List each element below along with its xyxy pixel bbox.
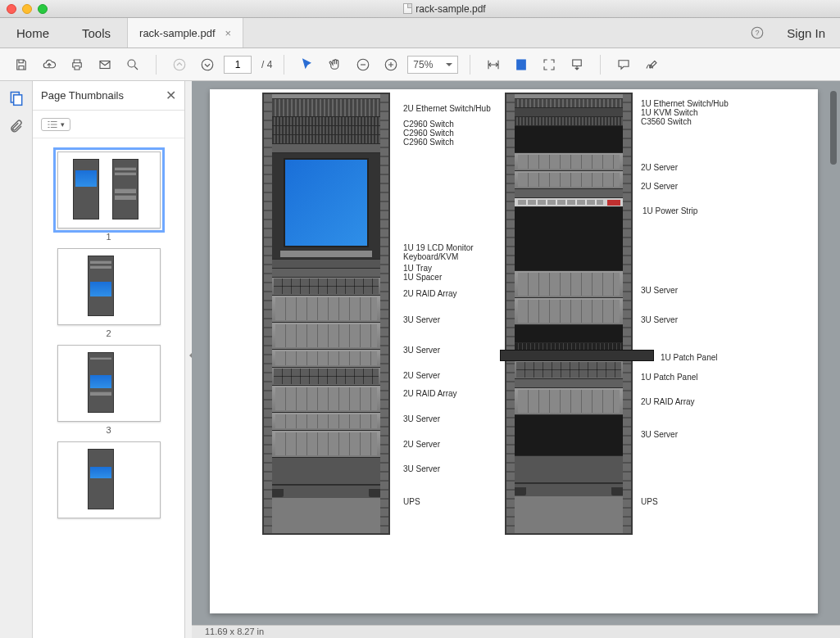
- attachments-panel-icon[interactable]: [7, 117, 25, 135]
- close-window-button[interactable]: [7, 4, 16, 14]
- label: 3U Server: [403, 414, 440, 423]
- label: 1U Tray: [403, 264, 432, 273]
- svg-rect-2: [100, 61, 110, 68]
- help-button[interactable]: ?: [747, 18, 767, 48]
- label: C2960 Switch: [403, 129, 454, 138]
- zoom-select[interactable]: 75%: [407, 56, 458, 74]
- svg-point-3: [128, 60, 135, 67]
- page-total-label: / 4: [261, 59, 272, 70]
- label: 2U Server: [641, 163, 678, 172]
- rack-left: [262, 93, 390, 535]
- label: 3U Server: [403, 346, 440, 355]
- page-up-icon[interactable]: [168, 53, 191, 76]
- main-toolbar: / 4 75%: [0, 48, 840, 81]
- thumbnail-options-button[interactable]: ▾: [41, 118, 70, 131]
- label: UPS: [403, 497, 420, 506]
- label: C3560 Switch: [641, 117, 692, 126]
- window-title: rack-sample.pdf: [415, 3, 485, 15]
- document-tab[interactable]: rack-sample.pdf ×: [127, 18, 243, 48]
- page-dimensions-label: 11.69 x 8.27 in: [205, 625, 264, 638]
- label: 2U Ethernet Switch/Hub: [403, 104, 491, 113]
- label: 2U RAID Array: [403, 289, 457, 298]
- label: 3U Server: [641, 430, 678, 439]
- label: 2U Server: [403, 440, 440, 449]
- fit-width-icon[interactable]: [482, 53, 505, 76]
- thumbnails-panel: Page Thumbnails ✕ ▾ 1: [33, 81, 185, 638]
- thumbnails-scroll[interactable]: 1 2 3: [33, 138, 184, 638]
- label: 3U Server: [641, 286, 678, 295]
- pdf-page: 2U Ethernet Switch/Hub C2960 Switch C296…: [210, 89, 818, 613]
- pdf-file-icon: [403, 3, 412, 14]
- label: C2960 Switch: [403, 120, 454, 129]
- horizontal-scrollbar[interactable]: [192, 625, 840, 638]
- page-thumbnail-2[interactable]: 2: [57, 248, 161, 338]
- label: 2U RAID Array: [403, 389, 457, 398]
- comment-icon[interactable]: [612, 53, 635, 76]
- label: C2960 Switch: [403, 138, 454, 147]
- rack-right: [505, 93, 633, 535]
- home-tab[interactable]: Home: [0, 18, 66, 48]
- close-tab-icon[interactable]: ×: [225, 27, 232, 39]
- label: 1U Ethernet Switch/Hub: [641, 99, 729, 108]
- svg-rect-8: [517, 60, 526, 70]
- thumbnails-panel-icon[interactable]: [7, 89, 25, 107]
- vertical-scrollbar[interactable]: [829, 81, 838, 638]
- fullscreen-icon[interactable]: [538, 53, 561, 76]
- document-tab-label: rack-sample.pdf: [139, 27, 215, 39]
- save-icon[interactable]: [10, 53, 33, 76]
- label: 1U Power Strip: [642, 206, 697, 215]
- search-icon[interactable]: [121, 53, 144, 76]
- window-titlebar: rack-sample.pdf: [0, 0, 840, 18]
- svg-point-5: [202, 59, 213, 70]
- close-panel-icon[interactable]: ✕: [166, 88, 176, 103]
- zoom-out-icon[interactable]: [352, 53, 375, 76]
- label: 1U 19 LCD Monitor Keyboard/KVM: [403, 243, 474, 261]
- label: 2U RAID Array: [641, 397, 695, 406]
- label: 1U KVM Switch: [641, 108, 697, 117]
- label: 1U Patch Panel: [641, 373, 698, 382]
- page-down-icon[interactable]: [196, 53, 219, 76]
- label: 1U Patch Panel: [661, 353, 718, 362]
- page-number-input[interactable]: [224, 56, 252, 74]
- label: 2U Server: [403, 371, 440, 380]
- svg-point-4: [174, 59, 185, 70]
- tools-tab[interactable]: Tools: [66, 18, 127, 48]
- label: UPS: [641, 497, 658, 506]
- sign-in-button[interactable]: Sign In: [772, 18, 840, 48]
- label: 1U Spacer: [403, 273, 442, 282]
- zoom-in-icon[interactable]: [379, 53, 402, 76]
- selection-tool-icon[interactable]: [296, 53, 319, 76]
- email-icon[interactable]: [93, 53, 116, 76]
- document-viewport[interactable]: 2U Ethernet Switch/Hub C2960 Switch C296…: [192, 81, 840, 638]
- zoom-window-button[interactable]: [38, 4, 48, 14]
- page-thumbnail-1[interactable]: 1: [57, 152, 161, 242]
- hand-tool-icon[interactable]: [324, 53, 347, 76]
- read-mode-icon[interactable]: [565, 53, 588, 76]
- left-nav-strip: [0, 81, 33, 638]
- label: 2U Server: [641, 182, 678, 191]
- thumbnails-title: Page Thumbnails: [41, 89, 124, 102]
- page-thumbnail-3[interactable]: 3: [57, 345, 161, 435]
- cloud-upload-icon[interactable]: [38, 53, 61, 76]
- label: 3U Server: [641, 315, 678, 324]
- label: 3U Server: [403, 464, 440, 473]
- label: 3U Server: [403, 315, 440, 324]
- svg-rect-9: [573, 60, 582, 66]
- minimize-window-button[interactable]: [22, 4, 32, 14]
- sign-icon[interactable]: [640, 53, 663, 76]
- print-icon[interactable]: [66, 53, 89, 76]
- app-tabbar: Home Tools rack-sample.pdf × ? Sign In: [0, 18, 840, 48]
- svg-text:?: ?: [756, 29, 760, 37]
- fit-page-icon[interactable]: [510, 53, 533, 76]
- page-thumbnail-4[interactable]: [57, 441, 161, 518]
- panel-collapse-handle[interactable]: [185, 81, 192, 638]
- wide-patch-panel: [500, 350, 654, 361]
- svg-rect-11: [13, 95, 21, 105]
